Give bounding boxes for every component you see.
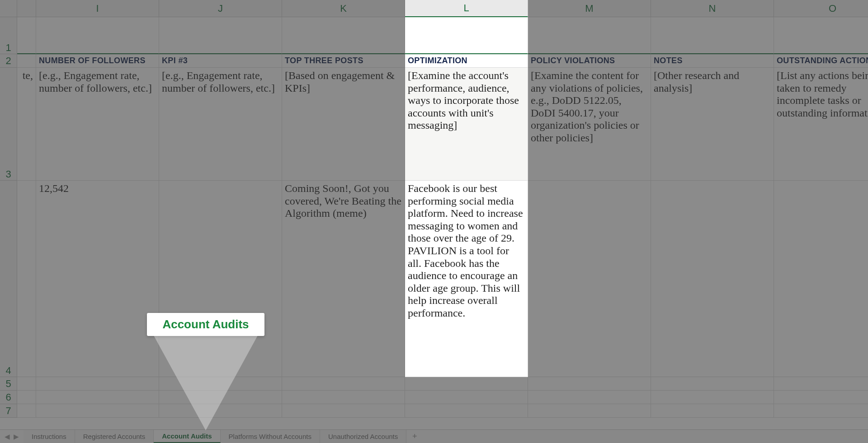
header-top-three-posts[interactable]: TOP THREE POSTS xyxy=(282,54,405,68)
cell-N7[interactable] xyxy=(651,404,774,418)
select-all-corner[interactable] xyxy=(0,0,17,17)
cell-H3[interactable]: te, xyxy=(17,68,36,181)
tab-platforms-without-accounts[interactable]: Platforms Without Accounts xyxy=(221,430,320,443)
cell-I4[interactable]: 12,542 xyxy=(36,181,159,377)
cell-L6[interactable] xyxy=(405,391,528,404)
cell-K4[interactable]: Coming Soon!, Got you covered, We're Bea… xyxy=(282,181,405,377)
callout-account-audits: Account Audits xyxy=(147,313,264,430)
spreadsheet-grid: I J K L M N O 1 2 NUMBER OF FOLLOWERS KP… xyxy=(0,0,868,429)
tab-nav-prev-icon[interactable]: ◀ xyxy=(5,433,10,441)
row-header-6[interactable]: 6 xyxy=(0,391,17,404)
col-header-H-partial[interactable] xyxy=(17,0,36,17)
cell-M5[interactable] xyxy=(528,377,651,391)
row-header-4[interactable]: 4 xyxy=(0,181,17,377)
tab-nav: ◀ ▶ xyxy=(0,430,24,443)
cell-L7[interactable] xyxy=(405,404,528,418)
tab-registered-accounts[interactable]: Registered Accounts xyxy=(75,430,154,443)
row-header-1[interactable]: 1 xyxy=(0,17,17,54)
row-header-7[interactable]: 7 xyxy=(0,404,17,418)
cell-K3[interactable]: [Based on engagement & KPIs] xyxy=(282,68,405,181)
callout-label: Account Audits xyxy=(147,313,264,336)
header-kpi-3[interactable]: KPI #3 xyxy=(159,54,282,68)
cell-K5[interactable] xyxy=(282,377,405,391)
col-header-I[interactable]: I xyxy=(36,0,159,17)
cell-O3[interactable]: [List any actions being taken to remedy … xyxy=(774,68,868,181)
cell-M4[interactable] xyxy=(528,181,651,377)
cell-J3[interactable]: [e.g., Engagement rate, number of follow… xyxy=(159,68,282,181)
cell-H1[interactable] xyxy=(17,17,36,54)
tab-instructions[interactable]: Instructions xyxy=(24,430,75,443)
cell-K6[interactable] xyxy=(282,391,405,404)
cell-I1[interactable] xyxy=(36,17,159,54)
header-outstanding-actions[interactable]: OUTSTANDING ACTIONS xyxy=(774,54,868,68)
cell-M7[interactable] xyxy=(528,404,651,418)
cell-K1[interactable] xyxy=(282,17,405,54)
cell-M1[interactable] xyxy=(528,17,651,54)
row-header-2[interactable]: 2 xyxy=(0,54,17,68)
cell-I5[interactable] xyxy=(36,377,159,391)
cell-L5[interactable] xyxy=(405,377,528,391)
cell-I3[interactable]: [e.g., Engagement rate, number of follow… xyxy=(36,68,159,181)
cell-H2[interactable] xyxy=(17,54,36,68)
col-header-J[interactable]: J xyxy=(159,0,282,17)
callout-arrow-icon xyxy=(154,336,258,430)
cell-N6[interactable] xyxy=(651,391,774,404)
sheet-tab-bar: ◀ ▶ Instructions Registered Accounts Acc… xyxy=(0,429,868,443)
cell-O4[interactable] xyxy=(774,181,868,377)
cell-L1[interactable] xyxy=(405,17,528,54)
row-header-5[interactable]: 5 xyxy=(0,377,17,391)
header-policy-violations[interactable]: POLICY VIOLATIONS xyxy=(528,54,651,68)
cell-L3[interactable]: [Examine the account's performance, audi… xyxy=(405,68,528,181)
cell-M6[interactable] xyxy=(528,391,651,404)
cell-L4[interactable]: Facebook is our best performing social m… xyxy=(405,181,528,377)
header-notes[interactable]: NOTES xyxy=(651,54,774,68)
cell-H5[interactable] xyxy=(17,377,36,391)
cell-M3[interactable]: [Examine the content for any violations … xyxy=(528,68,651,181)
cell-O5[interactable] xyxy=(774,377,868,391)
col-header-M[interactable]: M xyxy=(528,0,651,17)
tab-nav-next-icon[interactable]: ▶ xyxy=(14,433,19,441)
col-header-O[interactable]: O xyxy=(774,0,868,17)
cell-H4[interactable] xyxy=(17,181,36,377)
cell-H6[interactable] xyxy=(17,391,36,404)
add-sheet-button[interactable]: + xyxy=(406,430,423,443)
cell-H7[interactable] xyxy=(17,404,36,418)
cell-J1[interactable] xyxy=(159,17,282,54)
cell-O7[interactable] xyxy=(774,404,868,418)
cell-O1[interactable] xyxy=(774,17,868,54)
tab-unauthorized-accounts[interactable]: Unauthorized Accounts xyxy=(320,430,406,443)
col-header-N[interactable]: N xyxy=(651,0,774,17)
cell-O6[interactable] xyxy=(774,391,868,404)
cell-N5[interactable] xyxy=(651,377,774,391)
row-header-3[interactable]: 3 xyxy=(0,68,17,181)
col-header-L[interactable]: L xyxy=(405,0,528,17)
cell-N3[interactable]: [Other research and analysis] xyxy=(651,68,774,181)
header-number-of-followers[interactable]: NUMBER OF FOLLOWERS xyxy=(36,54,159,68)
cell-I7[interactable] xyxy=(36,404,159,418)
cell-I6[interactable] xyxy=(36,391,159,404)
header-optimization[interactable]: OPTIMIZATION xyxy=(405,54,528,68)
tab-account-audits[interactable]: Account Audits xyxy=(154,430,220,443)
col-header-K[interactable]: K xyxy=(282,0,405,17)
cell-K7[interactable] xyxy=(282,404,405,418)
cell-N1[interactable] xyxy=(651,17,774,54)
cell-N4[interactable] xyxy=(651,181,774,377)
